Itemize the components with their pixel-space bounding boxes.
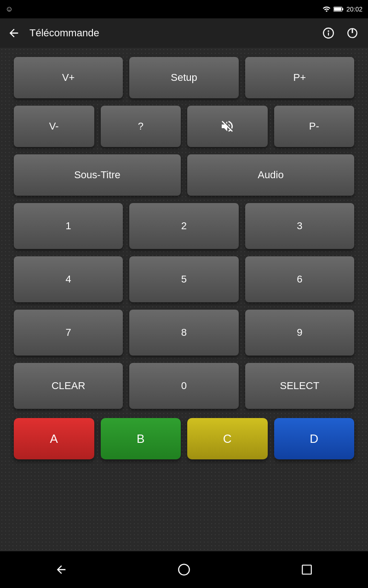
mute-icon (220, 119, 235, 134)
help-button[interactable]: ? (101, 106, 181, 147)
numpad-row-3: 7 8 9 (14, 310, 354, 356)
b-button[interactable]: B (101, 418, 181, 459)
toolbar-actions (320, 25, 361, 41)
num-1-button[interactable]: 1 (14, 203, 123, 249)
info-button[interactable] (320, 25, 337, 41)
page-title: Télécommande (29, 27, 313, 39)
nav-back-icon (55, 563, 68, 576)
row-2: V- ? P- (14, 106, 354, 147)
nav-back-button[interactable] (47, 556, 75, 583)
v-minus-button[interactable]: V- (14, 106, 94, 147)
numpad-row-1: 1 2 3 (14, 203, 354, 249)
mute-button[interactable] (187, 106, 268, 147)
color-row: A B C D (14, 418, 354, 459)
num-6-button[interactable]: 6 (245, 256, 354, 302)
num-0-button[interactable]: 0 (129, 363, 238, 409)
wifi-icon (322, 5, 331, 13)
status-bar-right: 20:02 (322, 5, 362, 13)
nav-bar (0, 551, 368, 588)
row-3: Sous-Titre Audio (14, 154, 354, 196)
num-9-button[interactable]: 9 (245, 310, 354, 356)
p-plus-button[interactable]: P+ (245, 57, 354, 98)
remote-panel: V+ Setup P+ V- ? P- Sous-Titre Audio 1 2… (0, 48, 368, 551)
nav-home-button[interactable] (170, 556, 198, 583)
svg-rect-2 (334, 7, 341, 11)
status-bar: ☺ 20:02 (0, 0, 368, 18)
num-4-button[interactable]: 4 (14, 256, 123, 302)
numpad-row-2: 4 5 6 (14, 256, 354, 302)
svg-point-8 (178, 564, 189, 575)
numpad-row-4: CLEAR 0 SELECT (14, 363, 354, 409)
num-2-button[interactable]: 2 (129, 203, 238, 249)
back-button[interactable] (7, 27, 22, 40)
nav-recent-button[interactable] (293, 556, 321, 583)
num-5-button[interactable]: 5 (129, 256, 238, 302)
nav-recent-icon (301, 564, 313, 576)
svg-rect-9 (302, 565, 311, 574)
num-7-button[interactable]: 7 (14, 310, 123, 356)
select-button[interactable]: SELECT (245, 363, 354, 409)
a-button[interactable]: A (14, 418, 94, 459)
status-bar-left: ☺ (6, 5, 13, 13)
audio-button[interactable]: Audio (187, 154, 354, 196)
battery-icon (334, 5, 344, 13)
num-8-button[interactable]: 8 (129, 310, 238, 356)
d-button[interactable]: D (274, 418, 355, 459)
svg-rect-1 (342, 8, 343, 11)
android-icon: ☺ (6, 5, 13, 13)
nav-home-icon (178, 563, 190, 576)
toolbar: Télécommande (0, 18, 368, 48)
status-time: 20:02 (346, 6, 362, 13)
setup-button[interactable]: Setup (129, 57, 238, 98)
row-1: V+ Setup P+ (14, 57, 354, 98)
p-minus-button[interactable]: P- (274, 106, 355, 147)
power-button[interactable] (344, 25, 361, 41)
c-button[interactable]: C (187, 418, 268, 459)
v-plus-button[interactable]: V+ (14, 57, 123, 98)
num-3-button[interactable]: 3 (245, 203, 354, 249)
clear-button[interactable]: CLEAR (14, 363, 123, 409)
sous-titre-button[interactable]: Sous-Titre (14, 154, 181, 196)
